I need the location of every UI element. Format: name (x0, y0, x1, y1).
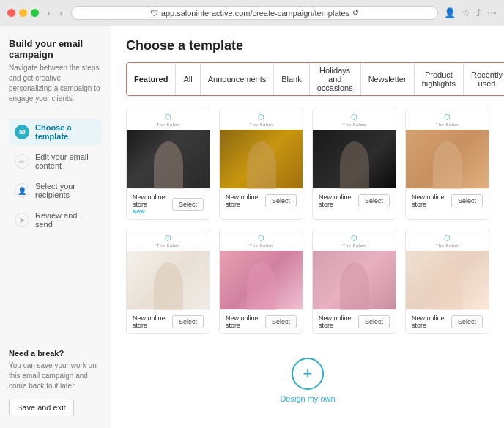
card-label-group-1: New online store New (133, 193, 172, 215)
card-footer-7: New online store Select (313, 310, 396, 333)
minimize-window-button[interactable] (19, 9, 27, 17)
brand-name-1: The Salon (157, 122, 180, 127)
url-text: app.saloninteractive.com/create-campaign… (161, 9, 349, 18)
star-icon[interactable]: ☆ (462, 7, 470, 18)
select-button-7[interactable]: Select (358, 315, 390, 328)
template-photo-2 (220, 130, 303, 188)
sidebar-description: Navigate between the steps and get creat… (9, 63, 102, 104)
step-icon-recipients: 👤 (15, 183, 29, 198)
refresh-icon: ↺ (352, 8, 359, 18)
card-footer-8: New online store Select (406, 310, 489, 333)
filter-tab-recently-used[interactable]: Recently used (464, 63, 504, 95)
brand-name-6: The Salon (250, 243, 273, 248)
sidebar-step-review-send[interactable]: ➤ Review and send (9, 207, 102, 233)
sidebar-step-select-recipients[interactable]: 👤 Select your recipients (9, 177, 102, 204)
template-card-4[interactable]: ⬡ The Salon New online store Select (405, 108, 489, 220)
brand-icon-6: ⬡ (256, 232, 267, 243)
brand-header-3: ⬡ The Salon (313, 108, 396, 130)
browser-toolbar: 👤 ☆ ⤴ ⋯ (444, 7, 497, 18)
step-label-choose: Choose a template (35, 123, 96, 141)
template-preview-6: ⬡ The Salon (220, 229, 303, 310)
address-bar[interactable]: 🛡 app.saloninteractive.com/create-campai… (71, 6, 438, 20)
brand-header-6: ⬡ The Salon (220, 229, 303, 251)
template-preview-5: ⬡ The Salon (127, 229, 210, 310)
card-label-6: New online store (226, 314, 265, 329)
filter-tab-newsletter[interactable]: Newsletter (361, 63, 415, 95)
browser-chrome: ‹ › 🛡 app.saloninteractive.com/create-ca… (0, 0, 504, 26)
sidebar-step-edit-content[interactable]: ✏ Edit your email content (9, 148, 102, 174)
brand-icon-5: ⬡ (163, 232, 174, 243)
nav-buttons: ‹ › (45, 7, 65, 20)
forward-button[interactable]: › (56, 7, 65, 20)
step-label-review: Review and send (35, 211, 96, 229)
step-label-recipients: Select your recipients (35, 182, 96, 199)
sidebar: Build your email campaign Navigate betwe… (0, 26, 111, 428)
card-footer-3: New online store Select (313, 189, 396, 213)
select-button-6[interactable]: Select (265, 315, 297, 328)
template-card-1[interactable]: ⬡ The Salon New online store New Select (126, 108, 210, 220)
save-exit-button[interactable]: Save and exit (9, 399, 74, 416)
select-button-3[interactable]: Select (358, 194, 390, 207)
filter-tab-holidays[interactable]: Holidays and occasions (310, 63, 361, 95)
template-preview-7: ⬡ The Salon (313, 229, 396, 310)
template-card-5[interactable]: ⬡ The Salon New online store Select (126, 229, 210, 334)
template-card-8[interactable]: ⬡ The Salon New online store Select (405, 229, 489, 334)
account-icon[interactable]: 👤 (444, 7, 456, 18)
card-label-2: New online store (226, 193, 265, 208)
card-footer-4: New online store Select (406, 189, 489, 213)
filter-tabs: Featured All Announcements Blank Holiday… (126, 62, 504, 96)
select-button-5[interactable]: Select (172, 315, 204, 328)
select-button-8[interactable]: Select (451, 315, 483, 328)
sidebar-step-choose-template[interactable]: ✉ Choose a template (9, 119, 102, 145)
step-icon-edit: ✏ (15, 154, 29, 169)
template-preview-8: ⬡ The Salon (406, 229, 489, 310)
brand-icon-7: ⬡ (349, 232, 360, 243)
share-icon[interactable]: ⤴ (476, 7, 481, 18)
back-button[interactable]: ‹ (45, 7, 53, 20)
brand-name-3: The Salon (343, 122, 366, 127)
template-card-2[interactable]: ⬡ The Salon New online store Select (219, 108, 303, 220)
brand-icon-4: ⬡ (442, 111, 453, 122)
template-card-7[interactable]: ⬡ The Salon New online store Select (312, 229, 396, 334)
card-label-8: New online store (412, 314, 451, 329)
template-photo-1 (127, 130, 210, 188)
card-footer-1: New online store New Select (127, 189, 210, 219)
card-label-5: New online store (133, 314, 172, 329)
template-card-6[interactable]: ⬡ The Salon New online store Select (219, 229, 303, 334)
template-photo-3 (313, 130, 396, 188)
template-photo-4 (406, 130, 489, 188)
design-own-button[interactable]: + (292, 358, 324, 390)
template-photo-6 (220, 251, 303, 309)
brand-icon-3: ⬡ (349, 111, 360, 122)
filter-tab-all[interactable]: All (176, 63, 200, 95)
select-button-2[interactable]: Select (265, 194, 297, 207)
brand-header-5: ⬡ The Salon (127, 229, 210, 251)
need-break-title: Need a break? (9, 349, 102, 358)
template-photo-5 (127, 251, 210, 309)
main-content: Choose a template Featured All Announcem… (111, 26, 504, 428)
brand-header-8: ⬡ The Salon (406, 229, 489, 251)
app-container: Build your email campaign Navigate betwe… (0, 26, 504, 428)
card-label-7: New online store (319, 314, 358, 329)
select-button-4[interactable]: Select (451, 194, 483, 207)
template-card-3[interactable]: ⬡ The Salon New online store Select (312, 108, 396, 220)
traffic-lights (7, 9, 39, 17)
template-photo-7 (313, 251, 396, 309)
template-preview-1: ⬡ The Salon (127, 108, 210, 189)
select-button-1[interactable]: Select (172, 198, 204, 211)
menu-icon[interactable]: ⋯ (487, 7, 497, 18)
brand-header-1: ⬡ The Salon (127, 108, 210, 130)
filter-tab-announcements[interactable]: Announcements (201, 63, 275, 95)
filter-tab-featured[interactable]: Featured (127, 63, 176, 95)
brand-header-2: ⬡ The Salon (220, 108, 303, 130)
card-footer-5: New online store Select (127, 310, 210, 333)
filter-tab-product[interactable]: Product highlights (415, 63, 464, 95)
new-badge-1: New (133, 208, 172, 215)
design-own-label[interactable]: Design my own (280, 394, 335, 403)
card-footer-6: New online store Select (220, 310, 303, 333)
close-window-button[interactable] (7, 9, 15, 17)
step-icon-choose: ✉ (15, 125, 29, 139)
maximize-window-button[interactable] (31, 9, 39, 17)
filter-tab-blank[interactable]: Blank (274, 63, 310, 95)
brand-name-2: The Salon (250, 122, 273, 127)
